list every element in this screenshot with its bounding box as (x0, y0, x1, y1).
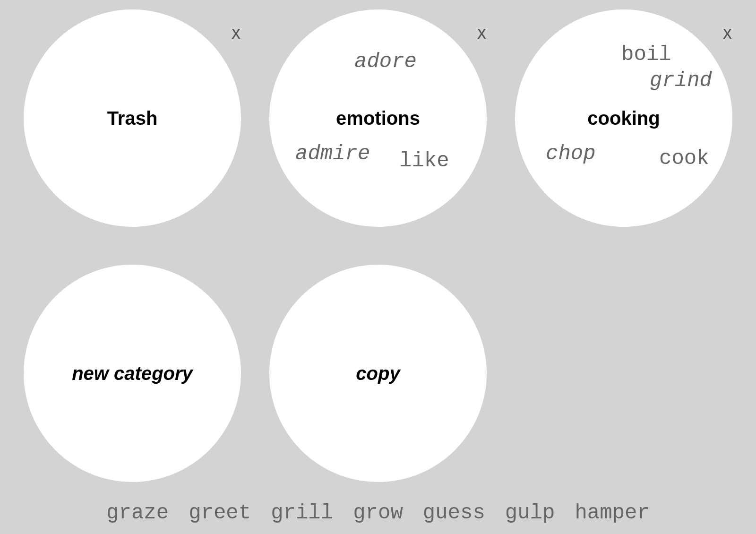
close-icon[interactable]: x (232, 23, 241, 43)
word-graze[interactable]: graze (106, 501, 169, 525)
emotions-circle[interactable]: emotions adore admire like (269, 9, 487, 227)
word-grow[interactable]: grow (353, 501, 403, 525)
word-guess[interactable]: guess (423, 501, 485, 525)
emotions-label: emotions (336, 108, 420, 129)
copy-circle[interactable]: copy (269, 265, 487, 482)
word-grind[interactable]: grind (650, 69, 712, 92)
copy-label: copy (356, 363, 400, 384)
word-grill[interactable]: grill (271, 501, 333, 525)
new-category-label: new category (72, 363, 193, 384)
word-cook[interactable]: cook (659, 146, 709, 170)
trash-label: Trash (107, 108, 158, 129)
trash-circle[interactable]: Trash (24, 9, 241, 227)
word-greet[interactable]: greet (189, 501, 251, 525)
cooking-circle[interactable]: cooking boil grind chop cook (515, 9, 732, 227)
new-category-circle[interactable]: new category (24, 265, 241, 482)
word-pool: graze greet grill grow guess gulp hamper (0, 501, 756, 525)
word-chop[interactable]: chop (546, 142, 596, 165)
cooking-label: cooking (587, 108, 660, 129)
word-hamper[interactable]: hamper (575, 501, 649, 525)
word-like[interactable]: like (399, 149, 449, 172)
close-icon[interactable]: x (477, 23, 486, 43)
word-gulp[interactable]: gulp (505, 501, 555, 525)
word-boil[interactable]: boil (621, 43, 671, 66)
word-adore[interactable]: adore (354, 50, 417, 73)
word-admire[interactable]: admire (295, 142, 370, 165)
close-icon[interactable]: x (723, 23, 732, 43)
